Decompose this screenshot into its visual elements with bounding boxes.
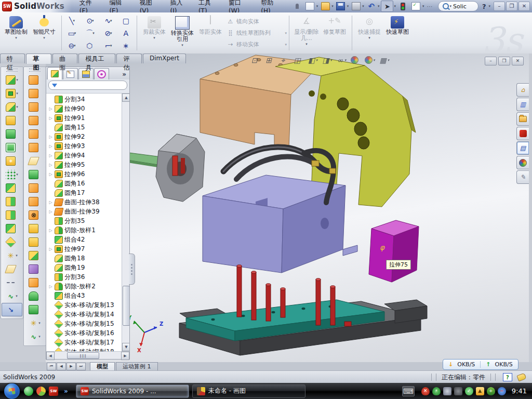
fillet-icon[interactable]: ▾ <box>2 100 22 114</box>
taskpane-appearances-tab[interactable] <box>516 156 529 169</box>
tree-item[interactable]: ▷ 圆角15 <box>47 123 129 132</box>
tree-horizontal-scrollbar[interactable]: ◀ ‖‖‖ ▶ <box>46 351 129 359</box>
zoom-area-icon[interactable]: ⊞ ▾ <box>264 56 276 64</box>
quick-snaps-button[interactable]: ◎ 快速捕捉 ▾ <box>355 14 383 52</box>
scroll-up-icon[interactable]: ▲ <box>122 94 129 102</box>
revolved-boss-icon[interactable]: ▾ <box>2 127 22 141</box>
expand-arrow-icon[interactable]: ▷ <box>48 116 53 121</box>
trim-entities-button[interactable]: 剪裁实体 ▾ <box>140 14 168 52</box>
insert-part-red[interactable] <box>172 156 178 176</box>
tray-antivirus-icon[interactable]: ⚡ <box>432 387 441 395</box>
tree-vertical-scrollbar[interactable]: ▲ ▼ <box>122 94 129 351</box>
tree-item[interactable]: ▷ 实体-移动/复制18 <box>47 347 129 351</box>
quicklaunch-solidworks-icon[interactable]: SW <box>49 387 58 396</box>
revolved-cut-icon[interactable]: ▾ <box>2 141 22 154</box>
filled-surface-icon[interactable]: ▾ <box>25 141 45 154</box>
expand-arrow-icon[interactable]: ▷ <box>48 228 53 233</box>
tab-features[interactable]: 特征 <box>0 54 25 63</box>
replace-face-icon[interactable]: ▾ <box>25 222 45 235</box>
feature-wizard-icon[interactable]: ∗ ▾ <box>2 154 22 168</box>
curve-icon-2[interactable]: ∿ ▾ <box>25 330 45 343</box>
tree-item[interactable]: ▷ 拉伸96 <box>47 169 129 179</box>
select-tool-button[interactable]: ➤ <box>381 1 393 12</box>
expand-arrow-icon[interactable]: ▷ <box>48 247 53 251</box>
filter-text-input[interactable] <box>59 82 135 89</box>
new-document-button[interactable] <box>304 1 316 11</box>
delete-face-icon[interactable]: ⊗ ▾ <box>25 208 45 222</box>
panel-splitter-handle[interactable] <box>129 254 135 285</box>
flex-icon[interactable]: ▾ <box>25 262 45 276</box>
tray-sync-blocked-icon[interactable]: − <box>498 387 506 395</box>
taskpane-library-tab[interactable] <box>516 112 529 126</box>
core-plate[interactable] <box>203 175 357 273</box>
extend-surface-icon[interactable]: ▾ <box>25 168 45 181</box>
sketch-text-icon[interactable]: A ▾ <box>117 27 136 39</box>
tree-item[interactable]: ▷ 实体-移动/复制15 <box>47 319 129 328</box>
expand-arrow-icon[interactable]: ▷ <box>48 172 53 177</box>
tree-item[interactable]: ▷ 切除-放样2 <box>47 282 129 291</box>
edit-appearance-icon[interactable]: ▦ ▾ <box>378 56 391 64</box>
stop-button-red[interactable] <box>344 322 351 326</box>
tree-item[interactable]: ▷ 组合43 <box>47 291 129 300</box>
doc-restore-button[interactable]: ❐ <box>498 57 510 65</box>
sketch-fillet-icon[interactable]: ⌐ ▾ <box>99 39 117 52</box>
linear-pattern-icon[interactable]: ▾ <box>2 168 22 181</box>
point-tool-icon[interactable]: ∗ ▾ <box>117 39 136 52</box>
tree-item[interactable]: ▷ 圆角18 <box>47 254 129 263</box>
move-copy-body-icon[interactable]: ▾ <box>2 235 22 249</box>
rapid-sketch-button[interactable]: 快速草图 <box>383 14 411 52</box>
rectangle-tool-icon[interactable]: ▭ ▾ <box>63 27 81 39</box>
taskpane-view-palette-tab[interactable]: ▤ <box>516 141 529 155</box>
slot-tool-icon[interactable]: ⊖ ▾ <box>63 39 81 52</box>
shape-icon[interactable]: ▾ <box>25 303 45 316</box>
tray-update-icon[interactable]: ✓ <box>465 387 473 395</box>
tree-item[interactable]: ▷ 拉伸97 <box>47 244 129 254</box>
combine-icon-2[interactable]: ▾ <box>2 222 22 235</box>
status-help-icon[interactable]: ? <box>503 373 512 381</box>
spline-tool-icon[interactable]: ∿ ▾ <box>99 15 117 27</box>
line-tool-icon[interactable]: ╲ ▾ <box>63 15 81 27</box>
open-document-button[interactable] <box>320 1 331 11</box>
chamfer-icon[interactable]: ▾ <box>2 114 22 127</box>
model-tab[interactable]: 模型 <box>90 362 115 370</box>
tree-item[interactable]: ▷ 切除-放样1 <box>47 225 129 235</box>
knit-surface-icon[interactable]: ▾ <box>25 235 45 249</box>
expand-arrow-icon[interactable]: ▷ <box>48 284 53 289</box>
dome-icon[interactable]: ▾ <box>25 289 45 303</box>
display-style-icon[interactable]: ◨ ▾ <box>321 56 334 64</box>
move-face-icon[interactable]: ▾ <box>25 249 45 262</box>
tab-nav-button[interactable]: ⏮ <box>47 363 56 370</box>
swept-surface-icon[interactable]: ▾ <box>25 73 45 87</box>
tree-item[interactable]: ▷ 曲面-拉伸38 <box>47 197 129 207</box>
help-button[interactable]: ? <box>480 3 488 10</box>
minimize-button[interactable]: – <box>494 2 505 11</box>
reference-geometry-icon-2[interactable]: ✳ ▾ <box>25 316 45 330</box>
reference-geometry-icon[interactable]: ✳ ▾ <box>2 249 22 262</box>
tray-security-alert-icon[interactable]: ✕ <box>421 387 430 395</box>
split-icon-2[interactable]: ▾ <box>2 208 22 222</box>
tab-nav-button[interactable]: ▶ <box>66 363 76 370</box>
taskpane-sw-content-tab[interactable] <box>516 127 529 140</box>
tree-item[interactable]: ▷ 拉伸90 <box>47 104 129 113</box>
planar-surface-icon[interactable]: ▾ <box>25 154 45 168</box>
doc-close-button[interactable]: ✕ <box>512 57 524 65</box>
instant3d-button[interactable]: ↘ ▾ <box>2 303 22 316</box>
tree-item[interactable]: ▷ 拉伸92 <box>47 132 129 141</box>
insert-part-red-2[interactable] <box>181 158 185 174</box>
tree-item[interactable]: ▷ 拉伸94 <box>47 151 129 160</box>
surface-fillet-icon[interactable]: ▾ <box>25 195 45 208</box>
taskbar-paint-button[interactable]: 未命名 - 画图 <box>192 384 305 398</box>
tree-item[interactable]: ▷ 实体-移动/复制13 <box>47 300 129 310</box>
expand-arrow-icon[interactable]: ▷ <box>48 153 53 158</box>
doc-minimize-button[interactable]: – <box>485 57 497 65</box>
tab-evaluate[interactable]: 评估 <box>116 54 141 63</box>
freeform-icon[interactable]: ▾ <box>25 276 45 289</box>
pin-toolbar-icon[interactable] <box>291 1 303 11</box>
expand-arrow-icon[interactable]: ▷ <box>48 135 53 139</box>
tree-item[interactable]: ▷ 拉伸93 <box>47 141 129 151</box>
plane-icon[interactable]: ▾ <box>2 262 22 276</box>
tab-nav-button[interactable]: ⏭ <box>76 363 86 370</box>
close-button[interactable]: ✕ <box>518 2 530 11</box>
combine-icon[interactable]: ▾ <box>2 181 22 195</box>
tree-item[interactable]: ▷ 实体-移动/复制17 <box>47 338 129 347</box>
